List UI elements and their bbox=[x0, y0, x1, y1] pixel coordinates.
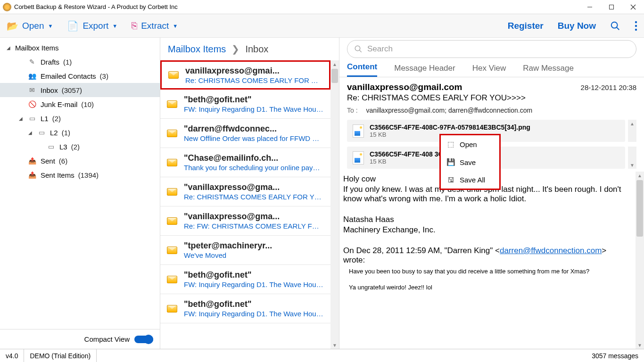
chevron-down-icon: ◢ bbox=[6, 45, 11, 50]
ctx-save-all[interactable]: 🖫 Save All bbox=[441, 171, 499, 189]
message-count: 3057 messages bbox=[586, 352, 644, 360]
chevron-down-icon: ▼ bbox=[173, 23, 178, 29]
junk-icon: 🚫 bbox=[27, 100, 37, 108]
scroll-down-icon[interactable]: ▼ bbox=[637, 341, 642, 349]
register-link[interactable]: Register bbox=[508, 21, 544, 31]
tree-inbox[interactable]: ✉ Inbox (3057) bbox=[0, 83, 160, 97]
message-item[interactable]: "beth@gofit.net"FW: Inquiry Regarding D1… bbox=[160, 294, 330, 323]
message-item[interactable]: "beth@gofit.net"FW: Inquiry Regarding D1… bbox=[160, 90, 330, 119]
export-button[interactable]: 📄 Export ▼ bbox=[67, 20, 117, 32]
svg-point-4 bbox=[611, 22, 618, 28]
export-label: Export bbox=[83, 21, 108, 31]
statusbar: v4.0 DEMO (Trial Edition) 3057 messages bbox=[0, 349, 644, 362]
version-label: v4.0 bbox=[0, 349, 24, 362]
close-button[interactable] bbox=[622, 0, 644, 14]
scroll-down-icon[interactable]: ▼ bbox=[630, 161, 635, 169]
scroll-down-icon[interactable]: ▼ bbox=[332, 341, 337, 349]
folder-icon: ▭ bbox=[37, 129, 46, 136]
tree-root[interactable]: ◢ Mailbox Items bbox=[0, 41, 160, 55]
tab-hex-view[interactable]: Hex View bbox=[472, 64, 506, 77]
message-list-panel: Mailbox Items ❯ Inbox vanillaxpresso@gma… bbox=[160, 38, 339, 349]
tree-junk[interactable]: 🚫 Junk E-mail (10) bbox=[0, 97, 160, 111]
preview-tabs: Content Message Header Hex View Raw Mess… bbox=[339, 60, 644, 77]
tab-raw-message[interactable]: Raw Message bbox=[523, 64, 574, 77]
sent-icon: 📤 bbox=[27, 171, 37, 179]
search-input[interactable]: Search bbox=[347, 40, 636, 58]
minimize-button[interactable] bbox=[579, 0, 601, 14]
mail-icon bbox=[167, 130, 177, 137]
tab-message-header[interactable]: Message Header bbox=[394, 64, 455, 77]
message-item[interactable]: "tpeter@machineryr...We've Moved bbox=[160, 236, 330, 265]
search-icon[interactable] bbox=[610, 21, 620, 31]
open-label: Open bbox=[22, 21, 44, 31]
tree-drafts[interactable]: ✎ Drafts (1) bbox=[0, 55, 160, 69]
message-date: 28-12-2011 20:38 bbox=[581, 83, 636, 91]
app-icon bbox=[3, 3, 11, 11]
to-label: To : bbox=[347, 107, 358, 114]
window-title: Corbett Backup & Restore Wizard - A Prod… bbox=[14, 3, 579, 10]
tree-emailed-contacts[interactable]: 👥 Emailed Contacts (3) bbox=[0, 69, 160, 83]
message-list[interactable]: vanillaxpresso@gmai...Re: CHRISTMAS COME… bbox=[160, 60, 330, 349]
open-button[interactable]: 📂 Open ▼ bbox=[7, 20, 53, 32]
message-body[interactable]: Holy cow If you only knew. I was at my d… bbox=[339, 172, 636, 349]
tree-l1[interactable]: ◢ ▭ L1 (2) bbox=[0, 111, 160, 125]
maximize-button[interactable] bbox=[601, 0, 622, 14]
folder-tree: ◢ Mailbox Items ✎ Drafts (1) 👥 Emailed C… bbox=[0, 38, 160, 329]
folder-icon: ▭ bbox=[46, 143, 56, 150]
attachment-context-menu: ⬚ Open 💾 Save 🖫 Save All bbox=[439, 134, 501, 190]
mail-icon bbox=[167, 305, 177, 313]
svg-rect-1 bbox=[610, 5, 614, 9]
mail-icon bbox=[167, 188, 177, 196]
svg-point-8 bbox=[635, 28, 637, 30]
scroll-up-icon[interactable]: ▲ bbox=[637, 172, 642, 179]
message-item[interactable]: "beth@gofit.net"FW: Inquiry Regarding D1… bbox=[160, 265, 330, 294]
breadcrumb-current: Inbox bbox=[245, 44, 268, 55]
scroll-up-icon[interactable]: ▲ bbox=[630, 120, 635, 127]
mail-icon bbox=[167, 100, 177, 108]
quoted-email-link[interactable]: darren@ffwdconnection.com bbox=[500, 246, 602, 255]
save-all-icon: 🖫 bbox=[446, 176, 455, 184]
breadcrumb-root[interactable]: Mailbox Items bbox=[168, 44, 226, 55]
message-list-scrollbar[interactable]: ▲ ▼ bbox=[330, 60, 339, 349]
chevron-right-icon: ❯ bbox=[231, 43, 239, 55]
more-icon[interactable] bbox=[635, 21, 637, 31]
chevron-down-icon: ◢ bbox=[18, 116, 24, 121]
preview-panel: Search Content Message Header Hex View R… bbox=[339, 38, 644, 349]
message-item[interactable]: "Chase@emailinfo.ch...Thank you for sche… bbox=[160, 148, 330, 177]
extract-button[interactable]: ⎘ Extract ▼ bbox=[132, 20, 178, 31]
scroll-thumb[interactable] bbox=[636, 180, 643, 237]
tree-sent-items[interactable]: 📤 Sent Items (1394) bbox=[0, 168, 160, 182]
breadcrumb: Mailbox Items ❯ Inbox bbox=[160, 38, 339, 60]
mail-icon bbox=[167, 217, 177, 225]
attachment-scrollbar[interactable]: ▲ bbox=[628, 120, 636, 142]
svg-point-6 bbox=[635, 21, 637, 23]
tree-sent[interactable]: 📤 Sent (6) bbox=[0, 154, 160, 168]
svg-point-7 bbox=[635, 25, 637, 26]
tree-l3[interactable]: ▭ L3 (2) bbox=[0, 140, 160, 154]
mail-icon bbox=[167, 159, 177, 166]
mail-icon bbox=[168, 71, 179, 79]
folder-icon: ▭ bbox=[27, 115, 37, 122]
attachment-scrollbar[interactable]: ▼ bbox=[628, 147, 636, 169]
titlebar: Corbett Backup & Restore Wizard - A Prod… bbox=[0, 0, 644, 14]
open-icon: ⬚ bbox=[446, 140, 455, 148]
svg-point-9 bbox=[355, 46, 360, 51]
message-item[interactable]: "darren@ffwdconnec...New Offline Order w… bbox=[160, 119, 330, 148]
scroll-thumb[interactable] bbox=[331, 69, 338, 83]
ctx-save[interactable]: 💾 Save bbox=[441, 153, 499, 171]
tab-content[interactable]: Content bbox=[347, 62, 377, 77]
ctx-open[interactable]: ⬚ Open bbox=[441, 135, 499, 153]
compact-view-toggle[interactable] bbox=[134, 336, 153, 343]
tree-l2[interactable]: ◢ ▭ L2 (1) bbox=[0, 125, 160, 140]
buy-now-link[interactable]: Buy Now bbox=[558, 21, 596, 31]
compact-view-row: Compact View bbox=[0, 329, 160, 349]
body-scrollbar[interactable]: ▲ ▼ bbox=[636, 172, 644, 349]
compact-view-label: Compact View bbox=[84, 335, 130, 343]
to-addresses: vanillaxpresso@gmail.com; darren@ffwdcon… bbox=[366, 107, 532, 114]
message-item[interactable]: vanillaxpresso@gmai...Re: CHRISTMAS COME… bbox=[160, 60, 330, 90]
scroll-up-icon[interactable]: ▲ bbox=[332, 60, 337, 68]
file-export-icon: 📄 bbox=[67, 20, 79, 32]
message-item[interactable]: "vanillaxpresso@gma...Re: CHRISTMAS COME… bbox=[160, 177, 330, 206]
message-item[interactable]: "vanillaxpresso@gma...Re: FW: CHRISTMAS … bbox=[160, 206, 330, 236]
svg-line-5 bbox=[617, 27, 619, 30]
